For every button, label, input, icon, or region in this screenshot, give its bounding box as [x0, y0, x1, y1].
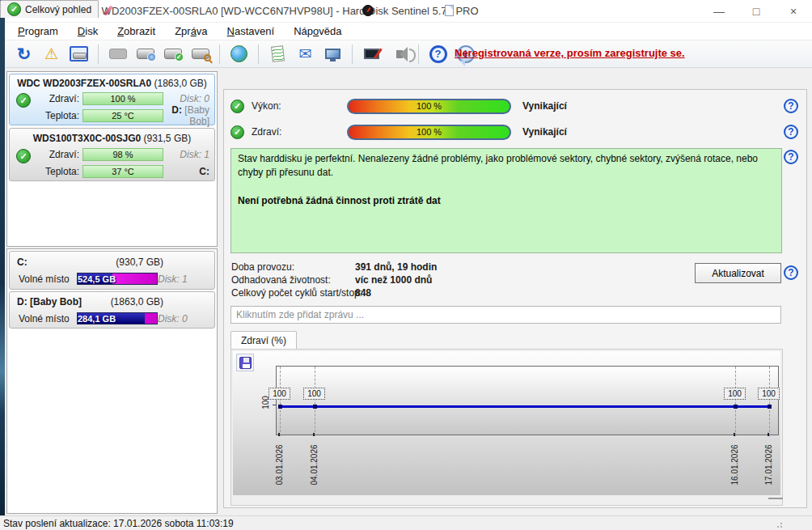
x-axis-date-label: 04.01.2026 [310, 439, 319, 485]
desktop-background-strip [0, 0, 5, 516]
ok-icon: ✓ [230, 100, 244, 113]
disk-item-wds[interactable]: WDS100T3X0C-00SJG0 (931,5 GB) ✓ Zdraví: … [9, 128, 215, 181]
lifetime-value: víc než 1000 dnů [355, 274, 432, 286]
network-computer-icon [325, 49, 340, 59]
toolbar-separator [98, 45, 99, 64]
toolbar-separator [258, 45, 259, 64]
desktop-display-button[interactable] [361, 43, 383, 65]
disk-check-icon: ✓ [164, 49, 182, 59]
window-controls: — □ × [700, 0, 812, 23]
tab-celkovy-pohled[interactable]: ✓Celkový pohled [0, 0, 99, 18]
health-bar: 100 % [82, 92, 163, 105]
chart-canvas: 100 100 100 100 100 [233, 351, 780, 495]
toolbar: ↻ ⚠ ✓ ✉ ? i [5, 40, 812, 68]
x-axis-tick [768, 433, 769, 436]
performance-rating: Vynikající [522, 100, 567, 112]
power-on-time-value: 391 dnů, 19 hodin [355, 261, 437, 273]
temp-label: Teplota: [13, 110, 79, 121]
add-message-input[interactable] [230, 306, 781, 324]
resize-grip[interactable] [776, 520, 785, 528]
register-link[interactable]: Neregistrovaná verze, prosím zaregistruj… [455, 47, 685, 59]
menu-disk[interactable]: Disk [68, 23, 108, 40]
disk-number: Disk: 0 [158, 313, 188, 324]
performance-bar: 100 % [347, 99, 511, 114]
disk-check-button[interactable]: ✓ [162, 43, 184, 65]
help-icon[interactable]: ? [784, 99, 798, 113]
globe-icon [230, 45, 247, 62]
toolbar-separator [418, 45, 419, 64]
disk-window-button[interactable] [68, 43, 90, 65]
disk-surface-test-button[interactable] [189, 43, 211, 65]
refresh-button[interactable]: ↻ [13, 43, 35, 65]
menu-zprava[interactable]: Zpráva [165, 23, 217, 40]
partition-list: C: (930,7 GB) Volné místo 524,5 GB Disk:… [6, 248, 218, 514]
check-circle-icon: ✓ [7, 2, 21, 16]
report-icon [271, 45, 285, 61]
disk-schedule-button[interactable] [134, 43, 156, 65]
update-button[interactable]: Aktualizovat [695, 263, 781, 283]
send-report-button[interactable]: ✉ [294, 43, 316, 65]
disk-item-wdc[interactable]: WDC WD2003FZEX-00SRLA0 (1863,0 GB) ✓ Zdr… [9, 74, 215, 125]
health-label: Zdraví: [13, 93, 79, 104]
partition-size: (1863,0 GB) [16, 296, 163, 307]
help-icon[interactable]: ? [784, 265, 798, 280]
disk-window-icon [70, 46, 88, 61]
partition-item-c[interactable]: C: (930,7 GB) Volné místo 524,5 GB Disk:… [9, 251, 215, 290]
x-axis-date-label: 03.01.2026 [275, 439, 284, 485]
close-button[interactable]: × [775, 0, 812, 23]
maximize-button[interactable]: □ [738, 0, 775, 23]
health-rating: Vynikající [522, 126, 567, 138]
x-axis-date-label: 17.01.2026 [764, 439, 773, 485]
menu-zobrazit[interactable]: Zobrazit [108, 23, 165, 40]
mail-icon: ✉ [299, 46, 312, 61]
action-text: Není potřebná žádná činnost proti ztrátě… [238, 194, 775, 208]
splitter-handle[interactable] [768, 498, 783, 499]
disk-name: WDS100T3X0C-00SJG0 [33, 133, 141, 144]
drive-letters: D: [Baby Bob] [163, 104, 209, 127]
disk-number: Disk: 1 [163, 149, 209, 160]
disk-status-textbox: Stav harddisku je perfektní. Nenalezeny … [230, 148, 782, 253]
menu-nastaveni[interactable]: Nastavení [218, 23, 285, 40]
maximize-icon: □ [753, 5, 759, 18]
data-point [313, 405, 317, 409]
close-icon: × [790, 5, 797, 18]
menu-program[interactable]: Program [8, 23, 68, 40]
point-value-label: 100 [758, 388, 780, 400]
status-text: Stav harddisku je perfektní. Nenalezeny … [238, 152, 775, 180]
x-axis-tick [734, 433, 735, 436]
health-chart-panel: 100 100 100 100 100 [230, 349, 783, 506]
hard-disk-sentinel-window: Disk: 0, WDC WD2003FZEX-00SRLA0 [WD-WCC6… [0, 0, 812, 530]
toolbar-separator [219, 45, 220, 64]
help-icon[interactable]: ? [784, 150, 798, 164]
help-icon[interactable]: ? [784, 125, 798, 139]
help-button[interactable]: ? [427, 43, 449, 65]
report-button[interactable] [267, 43, 289, 65]
partition-item-d[interactable]: D: [Baby Bob] (1863,0 GB) Volné místo 28… [9, 291, 215, 329]
health-bar: 98 % [82, 148, 163, 161]
disk-list: WDC WD2003FZEX-00SRLA0 (1863,0 GB) ✓ Zdr… [6, 71, 218, 247]
x-axis-date-label: 16.01.2026 [730, 439, 739, 485]
disk-name: WDC WD2003FZEX-00SRLA0 [17, 78, 151, 89]
ok-icon: ✓ [230, 125, 244, 139]
menu-napoveda[interactable]: Nápověda [284, 23, 351, 40]
remote-disks-button[interactable] [228, 43, 250, 65]
help-icon: ? [429, 45, 447, 63]
health-label: Zdraví: [13, 149, 79, 160]
disk-disabled-button [107, 43, 129, 65]
window-title: Disk: 0, WDC WD2003FZEX-00SRLA0 [WD-WCC6… [36, 5, 479, 17]
data-point [734, 405, 738, 409]
gridline [315, 367, 315, 436]
minimize-button[interactable]: — [700, 0, 738, 23]
disk-search-icon [192, 49, 209, 59]
sound-button[interactable] [388, 43, 410, 65]
rescan-warning-button[interactable]: ⚠ [40, 43, 62, 65]
save-chart-button[interactable] [236, 354, 254, 371]
overview-panel: ✓ Výkon: 100 % Vynikající ? ✓ Zdraví: 10… [223, 89, 807, 508]
status-bar: Stav poslení aktualizace: 17.01.2026 sob… [0, 515, 812, 530]
chart-tab-zdravi[interactable]: Zdraví (%) [230, 331, 297, 349]
free-space-bar: 284,1 GB [77, 312, 158, 324]
refresh-icon: ↻ [17, 45, 32, 62]
temp-label: Teplota: [13, 166, 79, 177]
point-value-label: 100 [269, 388, 290, 400]
network-button[interactable] [322, 43, 344, 65]
